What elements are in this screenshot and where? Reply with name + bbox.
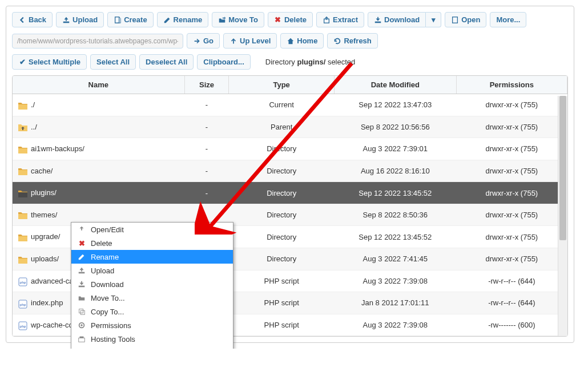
file-name: wp-cache-co [31,321,73,329]
col-size[interactable]: Size [184,76,229,94]
file-perms: drwxr-xr-x (755) [456,248,567,270]
selection-toolbar: ✔ Select Multiple Select All Deselect Al… [12,54,568,70]
download-button[interactable]: Download [368,12,426,27]
rename-label: Rename [174,15,203,24]
delete-icon: ✖ [77,239,86,248]
file-type: PHP script [229,314,335,336]
context-menu-delete[interactable]: ✖Delete [71,236,233,250]
status-suffix: selected [325,58,355,66]
file-size: - [184,138,229,160]
svg-text:php: php [20,281,26,284]
rename-button[interactable]: Rename [157,12,209,27]
upload-icon [77,266,86,275]
upload-label: Upload [72,15,98,24]
file-date: Sep 8 2022 10:56:56 [334,116,456,138]
context-menu-tools[interactable]: Hosting Tools [71,332,233,346]
file-date: Aug 3 2022 7:39:08 [334,270,456,292]
home-button[interactable]: Home [280,33,324,49]
delete-icon: ✖ [274,16,282,24]
table-row[interactable]: cache/-DirectoryAug 16 2022 8:16:10drwxr… [13,160,567,182]
deselect-all-button[interactable]: Deselect All [139,54,194,70]
delete-button[interactable]: ✖ Delete [268,12,313,27]
context-menu-copyto[interactable]: Copy To... [71,305,233,318]
clipboard-button[interactable]: Clipboard... [197,54,251,70]
arrow-right-icon [193,37,201,45]
svg-rect-18 [80,337,84,338]
context-menu-moveto[interactable]: Move To... [71,291,233,305]
context-menu-links[interactable]: External Access Links... [71,346,233,349]
scrollbar-thumb[interactable] [559,96,566,240]
file-date: Sep 8 2022 8:50:36 [334,204,456,226]
home-label: Home [297,37,317,45]
back-label: Back [29,15,46,24]
extract-label: Extract [333,15,358,24]
move-to-button[interactable]: Move To [212,12,264,27]
open-icon [451,16,459,24]
select-multiple-button[interactable]: ✔ Select Multiple [12,54,87,70]
links-icon [77,348,86,349]
context-menu-label: Open/Edit [91,225,124,234]
open-button[interactable]: Open [445,12,486,27]
folder-up-icon [18,123,27,131]
file-perms: drwxr-xr-x (755) [456,160,567,182]
folder-icon [18,102,27,110]
extract-button[interactable]: Extract [316,12,364,27]
delete-label: Delete [284,15,307,24]
context-menu-label: Rename [91,253,119,261]
select-all-label: Select All [96,58,130,66]
nav-toolbar: Go Up Level Home Refresh [12,33,568,49]
context-menu-upload[interactable]: Upload [71,264,233,277]
go-button[interactable]: Go [187,33,220,49]
context-menu-label: External Access Links... [91,349,169,349]
file-type: Directory [229,226,335,248]
file-name: ./ [31,100,35,109]
create-icon [114,16,122,24]
table-row[interactable]: ../-ParentSep 8 2022 10:56:56drwxr-xr-x … [13,116,567,138]
vertical-scrollbar[interactable] [558,96,567,336]
col-date[interactable]: Date Modified [334,76,456,94]
up-level-button[interactable]: Up Level [223,33,277,49]
check-icon: ✔ [18,58,26,66]
file-type: Directory [229,138,335,160]
svg-point-16 [80,324,83,326]
svg-rect-0 [63,21,70,23]
back-arrow-icon [18,16,26,24]
back-button[interactable]: Back [12,12,53,27]
file-perms: drwxr-xr-x (755) [456,116,567,138]
context-menu-open[interactable]: Open/Edit [71,223,233,236]
table-row[interactable]: plugins/-DirectorySep 12 2022 13:45:52dr… [13,182,567,204]
file-type: Parent [229,116,335,138]
col-perms[interactable]: Permissions [456,76,567,94]
file-name: plugins/ [31,188,57,197]
file-name: ../ [31,123,37,131]
create-button[interactable]: Create [107,12,153,27]
path-input[interactable] [12,34,183,49]
upload-button[interactable]: Upload [56,12,104,27]
file-date: Jan 8 2012 17:01:11 [334,292,456,314]
col-name[interactable]: Name [13,76,184,94]
context-menu-perms[interactable]: Permissions [71,318,233,332]
file-date: Aug 3 2022 7:39:01 [334,138,456,160]
file-perms: -rw------- (600) [456,314,567,336]
select-all-button[interactable]: Select All [90,54,136,70]
folder-icon [18,211,27,219]
create-label: Create [124,15,147,24]
file-size: - [184,94,229,116]
copyto-icon [77,307,86,316]
context-menu-label: Copy To... [91,308,124,316]
file-size: - [184,182,229,204]
file-name: uploads/ [31,254,59,263]
download-icon [77,280,86,289]
refresh-button[interactable]: Refresh [327,33,377,49]
context-menu-rename[interactable]: Rename [71,250,233,264]
more-button[interactable]: More... [490,12,526,27]
file-perms: -rw-r--r-- (644) [456,292,567,314]
download-dropdown-button[interactable]: ▾ [426,12,441,27]
col-type[interactable]: Type [229,76,335,94]
more-label: More... [496,15,520,24]
svg-rect-13 [79,309,83,313]
open-icon [77,225,86,234]
table-row[interactable]: ./-CurrentSep 12 2022 13:47:03drwxr-xr-x… [13,94,567,116]
context-menu-download[interactable]: Download [71,277,233,291]
table-row[interactable]: ai1wm-backups/-DirectoryAug 3 2022 7:39:… [13,138,567,160]
